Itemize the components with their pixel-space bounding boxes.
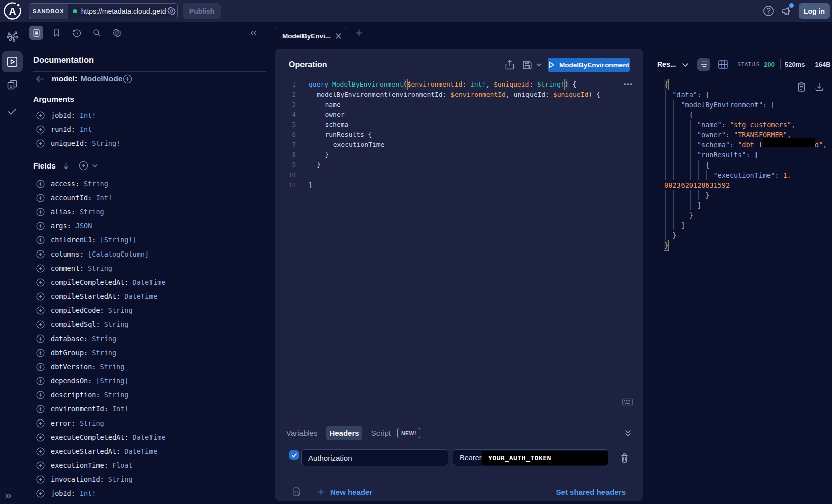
keyboard-shortcuts-icon[interactable] <box>622 398 633 406</box>
field-type[interactable]: Int! <box>80 489 96 497</box>
field-type[interactable]: [CatalogColumn] <box>88 250 149 258</box>
operation-tab[interactable]: ModelByEnvi... <box>275 27 347 44</box>
sort-descending-icon[interactable] <box>62 162 70 170</box>
field-name[interactable]: database: <box>51 334 92 343</box>
field-name[interactable]: alias: <box>51 208 80 216</box>
field-name[interactable]: jobId: <box>51 489 80 497</box>
header-enabled-checkbox[interactable] <box>289 450 299 460</box>
download-response-icon[interactable] <box>815 82 823 92</box>
add-field-icon[interactable] <box>36 125 45 134</box>
close-tab-icon[interactable] <box>335 33 342 39</box>
add-field-icon[interactable] <box>36 250 45 259</box>
documentation-icon[interactable] <box>29 26 43 40</box>
field-name[interactable]: compileStartedAt: <box>51 292 124 300</box>
add-all-fields-icon[interactable] <box>123 74 132 84</box>
publish-button[interactable]: Publish <box>183 3 221 19</box>
set-shared-headers-button[interactable]: Set shared headers <box>556 488 626 496</box>
add-field-icon[interactable] <box>36 236 45 244</box>
add-field-icon[interactable] <box>36 419 45 428</box>
field-name[interactable]: compileCompletedAt: <box>51 278 133 286</box>
checks-icon[interactable] <box>0 99 24 123</box>
add-field-icon[interactable] <box>36 489 45 498</box>
code-line[interactable]: 10 <box>275 170 643 180</box>
add-field-icon[interactable] <box>36 405 45 413</box>
history-icon[interactable] <box>69 26 84 40</box>
field-type[interactable]: Int! <box>80 111 96 119</box>
tab-headers[interactable]: Headers <box>326 426 362 440</box>
code-line[interactable]: 7executionTime <box>275 140 643 150</box>
add-field-icon[interactable] <box>36 139 45 148</box>
field-type[interactable]: JSON <box>75 222 92 230</box>
table-view-icon[interactable] <box>718 60 728 69</box>
field-type[interactable]: String <box>108 306 133 314</box>
code-line[interactable]: 9} <box>275 160 643 170</box>
field-name[interactable]: description: <box>51 391 104 399</box>
announcements-icon[interactable] <box>781 5 792 17</box>
operation-menu-kebab-icon[interactable] <box>624 83 632 86</box>
environment-variables-icon[interactable] <box>293 487 301 496</box>
field-name[interactable]: error: <box>51 419 80 427</box>
add-field-icon[interactable] <box>36 208 45 216</box>
save-menu-chevron-icon[interactable] <box>536 63 542 67</box>
format-lines-icon[interactable] <box>697 58 710 71</box>
field-name[interactable]: childrenL1: <box>51 236 100 244</box>
field-type[interactable]: String <box>104 320 129 328</box>
add-field-icon[interactable] <box>36 377 45 385</box>
run-operation-button[interactable]: ModelByEnvironment <box>548 58 630 72</box>
add-field-icon[interactable] <box>36 391 45 399</box>
field-type[interactable]: [String!] <box>100 236 137 244</box>
field-name[interactable]: dbtVersion: <box>51 363 100 371</box>
collapse-panel-icon[interactable] <box>624 429 632 437</box>
copy-response-icon[interactable] <box>798 82 805 92</box>
field-type[interactable]: String <box>108 475 133 483</box>
field-name[interactable]: args: <box>51 222 75 230</box>
fields-menu-chevron-icon[interactable] <box>92 164 98 168</box>
add-field-icon[interactable] <box>36 111 45 120</box>
field-type[interactable]: Int! <box>96 194 112 202</box>
field-name[interactable]: comment: <box>51 264 88 272</box>
new-header-button[interactable]: New header <box>317 488 372 496</box>
code-line[interactable]: 1query ModelByEnvironment($environmentId… <box>275 79 643 90</box>
field-type[interactable]: String <box>88 264 112 272</box>
tab-script[interactable]: Script <box>371 429 391 437</box>
field-type[interactable]: String <box>80 208 104 216</box>
field-name[interactable]: dependsOn: <box>51 377 96 385</box>
field-type[interactable]: Int <box>80 125 92 133</box>
add-field-icon[interactable] <box>36 334 45 343</box>
endpoint-url-input[interactable]: https://metadata.cloud.getdbt.com <box>68 3 178 19</box>
field-type[interactable]: String <box>92 349 116 357</box>
code-line[interactable]: 3name <box>275 100 643 110</box>
bookmark-icon[interactable] <box>49 26 63 40</box>
field-type[interactable]: String <box>104 391 129 399</box>
field-name[interactable]: compiledCode: <box>51 306 108 314</box>
field-name[interactable]: environmentId: <box>51 405 112 413</box>
field-name[interactable]: invocationId: <box>51 475 108 483</box>
field-type[interactable]: DateTime <box>133 433 166 441</box>
code-line[interactable]: 6runResults { <box>275 130 643 140</box>
field-type[interactable]: String <box>100 363 125 371</box>
field-name[interactable]: access: <box>51 180 84 188</box>
field-type[interactable]: String <box>92 334 116 343</box>
field-type[interactable]: DateTime <box>133 278 166 286</box>
field-type[interactable]: String <box>84 180 108 188</box>
field-name[interactable]: executeCompletedAt: <box>51 433 133 441</box>
add-fields-icon[interactable] <box>79 161 88 171</box>
field-name[interactable]: jobId: <box>51 111 80 119</box>
add-field-icon[interactable] <box>36 461 45 470</box>
code-line[interactable]: 4owner <box>275 110 643 120</box>
login-button[interactable]: Log in <box>799 3 830 19</box>
new-tab-icon[interactable] <box>354 28 364 38</box>
collapse-docs-icon[interactable] <box>249 29 258 37</box>
response-dropdown[interactable]: Res... <box>657 60 676 68</box>
code-line[interactable]: 11} <box>275 180 643 190</box>
field-name[interactable]: executionTime: <box>51 461 112 469</box>
graph-icon[interactable] <box>0 24 24 48</box>
field-name[interactable]: compiledSql: <box>51 320 104 328</box>
search-icon[interactable] <box>90 26 104 40</box>
field-type[interactable]: DateTime <box>124 292 157 300</box>
tab-variables[interactable]: Variables <box>286 429 317 437</box>
field-type[interactable]: String! <box>92 139 120 147</box>
explorer-play-icon[interactable] <box>2 51 23 72</box>
add-field-icon[interactable] <box>36 194 45 202</box>
field-type[interactable]: DateTime <box>124 447 157 455</box>
